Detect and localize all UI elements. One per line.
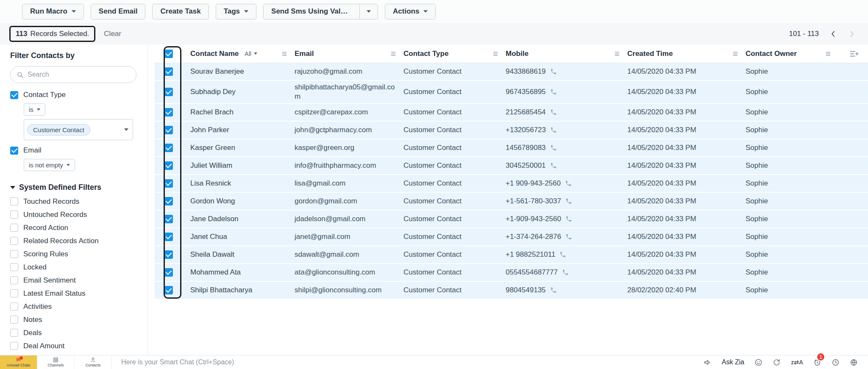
column-header-created-time[interactable]: Created Time ≡ [627,49,746,58]
system-filter-item[interactable]: Locked [10,261,136,274]
system-filter-item[interactable]: Latest Email Status [10,287,136,300]
row-checkbox[interactable] [164,233,173,241]
filter-checkbox[interactable] [10,342,18,350]
system-filter-item[interactable]: Record Action [10,221,136,234]
contact-name-cell[interactable]: Sourav Banerjee [190,67,295,76]
contact-name-cell[interactable]: Subhadip Dey [190,88,295,96]
name-filter-dropdown[interactable]: All [245,50,257,57]
phone-icon[interactable] [565,198,572,205]
create-task-button[interactable]: Create Task [152,4,209,19]
email-checkbox[interactable] [10,147,18,155]
filter-checkbox[interactable] [10,329,18,337]
email-operator-dropdown[interactable]: is not empty [24,159,75,171]
column-header-contact-name[interactable]: Contact Name All ≡ [190,49,295,58]
filter-checkbox[interactable] [10,197,18,205]
row-checkbox[interactable] [164,88,173,96]
dock-channels[interactable]: Channels [37,355,75,369]
contact-name-cell[interactable]: Shilpi Bhattacharya [190,286,295,294]
manage-columns-icon[interactable] [849,49,859,58]
table-row[interactable]: Jane Dadelson jdadelson@gmail.com Custom… [155,211,868,228]
system-filter-item[interactable]: Activities [10,300,136,313]
column-menu-icon[interactable]: ≡ [282,49,287,58]
phone-icon[interactable] [550,68,557,75]
filter-checkbox[interactable] [10,263,18,271]
system-filter-item[interactable]: Untouched Records [10,208,136,221]
smart-chat-field[interactable] [112,355,704,369]
announcement-icon[interactable] [704,358,712,366]
phone-icon[interactable] [565,180,572,187]
tags-button[interactable]: Tags [216,4,256,19]
contact-name-cell[interactable]: Rachel Brach [190,108,295,117]
column-menu-icon[interactable]: ≡ [826,49,831,58]
column-header-contact-owner[interactable]: Contact Owner ≡ [746,49,838,58]
filter-checkbox[interactable] [10,302,18,311]
filter-search-input[interactable] [28,71,130,78]
phone-icon[interactable] [565,216,572,222]
phone-icon[interactable] [550,144,557,151]
table-row[interactable]: Shilpi Bhattacharya shilpi@glionconsulti… [155,282,868,300]
send-sms-dropdown-button[interactable] [359,4,378,19]
ask-zia-button[interactable]: Ask Zia [722,358,744,366]
system-filter-item[interactable]: Touched Records [10,195,136,208]
table-row[interactable]: Sheila Dawalt sdawalt@gmail.com Customer… [155,246,868,264]
column-header-mobile[interactable]: Mobile ≡ [506,49,627,58]
row-checkbox[interactable] [164,144,173,152]
table-row[interactable]: Juliet William info@fruithpharmacy.com C… [155,157,868,175]
contact-name-cell[interactable]: Lisa Resnick [190,179,295,188]
contact-name-cell[interactable]: Kasper Green [190,144,295,152]
contact-name-cell[interactable]: Sheila Dawalt [190,250,295,259]
row-checkbox[interactable] [164,268,173,277]
send-sms-button[interactable]: Send Sms Using ValueF... [263,4,360,19]
table-row[interactable]: Kasper Green kasper@green.org Customer C… [155,139,868,157]
phone-icon[interactable] [550,162,557,169]
reminders-button[interactable]: 1 [813,358,821,366]
selected-value-chip[interactable]: Customer Contact [27,124,90,136]
filter-checkbox[interactable] [10,211,18,219]
table-row[interactable]: Subhadip Dey shilpibhattacharya05@gmail.… [155,81,868,104]
row-checkbox[interactable] [164,197,173,205]
filter-checkbox[interactable] [10,316,18,324]
contact-name-cell[interactable]: Mohammed Ata [190,268,295,277]
system-defined-filters-header[interactable]: System Defined Filters [10,182,136,192]
row-checkbox[interactable] [164,161,173,170]
system-filter-item[interactable]: Deal Amount [10,339,136,352]
system-filter-item[interactable]: Email Sentiment [10,274,136,287]
contact-type-value-select[interactable]: Customer Contact [24,119,133,140]
clear-selection-link[interactable]: Clear [104,30,121,38]
select-all-checkbox[interactable] [164,50,173,58]
system-filter-item[interactable]: Deals [10,326,136,339]
row-checkbox[interactable] [164,286,173,294]
column-menu-icon[interactable]: ≡ [615,49,620,58]
contact-name-cell[interactable]: Gordon Wong [190,197,295,205]
previous-page-button[interactable] [829,30,837,38]
phone-icon[interactable] [562,269,569,276]
refresh-icon[interactable] [773,358,781,366]
translate-icon[interactable]: z⇄A [791,359,803,366]
send-email-button[interactable]: Send Email [91,4,146,19]
column-header-email[interactable]: Email ≡ [295,49,403,58]
row-checkbox[interactable] [164,179,173,188]
globe-icon[interactable] [850,358,858,366]
column-menu-icon[interactable]: ≡ [493,49,498,58]
phone-icon[interactable] [550,127,557,133]
table-row[interactable]: Rachel Brach cspitzer@carepax.com Custom… [155,104,868,122]
filter-search-box[interactable] [10,66,136,83]
phone-icon[interactable] [565,233,572,240]
table-row[interactable]: Janet Chua janet@gmail.com Customer Cont… [155,228,868,246]
dock-contacts[interactable]: Contacts [75,355,112,369]
contact-name-cell[interactable]: John Parker [190,126,295,134]
row-checkbox[interactable] [164,250,173,259]
row-checkbox[interactable] [164,215,173,223]
contact-name-cell[interactable]: Juliet William [190,161,295,170]
table-row[interactable]: Sourav Banerjee rajuzoho@gmail.com Custo… [155,63,868,81]
row-checkbox[interactable] [164,126,173,134]
filter-checkbox[interactable] [10,289,18,297]
filter-checkbox[interactable] [10,276,18,284]
actions-button[interactable]: Actions [385,4,436,19]
filter-email[interactable]: Email [10,145,136,155]
table-row[interactable]: Mohammed Ata ata@glionconsulting.com Cus… [155,264,868,282]
system-filter-item[interactable]: Related Records Action [10,234,136,247]
column-menu-icon[interactable]: ≡ [733,49,738,58]
system-filter-item[interactable]: Scoring Rules [10,247,136,261]
filter-checkbox[interactable] [10,237,18,245]
